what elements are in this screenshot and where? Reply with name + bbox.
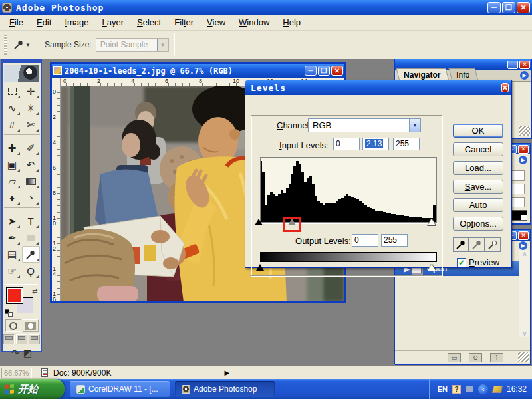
scroll-down-icon[interactable]: ∨ xyxy=(519,330,530,337)
palette-minimize-button[interactable]: ─ xyxy=(507,61,518,69)
tool-blur[interactable]: ♦ xyxy=(3,190,21,206)
jump-to-imageready-icon[interactable]: ↷ xyxy=(11,348,19,358)
new-document-from-state-button[interactable]: ▭ xyxy=(448,353,461,362)
close-button[interactable]: ✕ xyxy=(517,2,530,13)
zoom-level-field[interactable]: 66.67% xyxy=(1,368,32,378)
menu-view[interactable]: View xyxy=(200,15,232,29)
auto-button[interactable]: Auto xyxy=(453,198,503,212)
taskbar-coreldraw[interactable]: CorelDRAW 11 - [... xyxy=(70,381,170,397)
new-snapshot-button[interactable]: ⊙ xyxy=(469,353,482,362)
default-colors-icon[interactable] xyxy=(5,309,13,317)
palette-menu-icon[interactable]: ▶ xyxy=(520,71,529,80)
highlight-output-field[interactable]: 255 xyxy=(381,234,408,247)
help-tray-icon[interactable]: ? xyxy=(452,385,461,394)
input-method-icon[interactable] xyxy=(492,386,503,393)
midtone-input-field[interactable]: 2.13 xyxy=(362,138,389,150)
tool-magic-wand[interactable]: ✳ xyxy=(22,100,40,116)
tool-pen[interactable]: ✒ xyxy=(3,229,21,246)
menu-layer[interactable]: Layer xyxy=(96,15,131,29)
quick-mask-mode-button[interactable] xyxy=(23,319,39,332)
palette-close-button[interactable]: ✕ xyxy=(518,145,529,154)
fullscreen-menubar-mode-button[interactable] xyxy=(16,334,27,344)
menu-window[interactable]: Window xyxy=(232,15,276,29)
set-white-point-eyedropper[interactable] xyxy=(485,237,501,252)
delete-state-button[interactable]: ⍑ xyxy=(490,353,503,362)
palette-close-button[interactable]: ✕ xyxy=(518,231,529,240)
minimize-button[interactable]: ─ xyxy=(487,2,501,13)
tool-path-selection[interactable]: ➤ xyxy=(3,213,21,229)
highlight-input-field[interactable]: 255 xyxy=(393,138,420,150)
tool-crop[interactable]: # xyxy=(3,116,21,133)
options-button[interactable]: Options... xyxy=(453,217,503,231)
start-button[interactable]: 开始 xyxy=(0,379,65,399)
ok-button[interactable]: OK xyxy=(453,124,503,138)
taskbar-photoshop[interactable]: Adobe Photoshop xyxy=(175,381,275,397)
language-indicator[interactable]: EN xyxy=(438,385,448,393)
palette-menu-icon[interactable]: ▶ xyxy=(519,241,527,250)
set-gray-point-eyedropper[interactable] xyxy=(469,237,485,252)
palette-menu-icon[interactable]: ▶ xyxy=(519,156,527,164)
highlight-input-slider[interactable] xyxy=(428,219,436,225)
channel-select[interactable]: RGB ▼ xyxy=(308,118,421,132)
shadow-input-slider[interactable] xyxy=(255,219,263,225)
tool-hand[interactable]: ☞ xyxy=(3,263,21,279)
hide-icons-chevron[interactable]: ‹ xyxy=(478,384,488,394)
history-resize-grip[interactable] xyxy=(518,352,529,362)
standard-mode-button[interactable] xyxy=(5,319,21,332)
imageready-icon[interactable]: ◩ xyxy=(23,348,32,358)
highlight-output-slider[interactable] xyxy=(428,264,436,271)
shadow-input-field[interactable]: 0 xyxy=(333,138,360,150)
tool-shape[interactable] xyxy=(22,229,40,246)
navigator-resize-grip[interactable] xyxy=(519,126,530,136)
tool-eraser[interactable]: ▱ xyxy=(3,173,21,190)
doc-restore-button[interactable]: ❐ xyxy=(318,66,330,76)
window-tray-icon[interactable] xyxy=(466,386,473,392)
set-black-point-eyedropper[interactable] xyxy=(453,237,469,252)
shadow-output-field[interactable]: 0 xyxy=(352,234,378,247)
tool-rectangular-marquee[interactable] xyxy=(3,83,21,100)
levels-titlebar[interactable]: Levels ✕ xyxy=(245,80,511,95)
preview-option[interactable]: ✔ Preview xyxy=(457,257,499,267)
menu-help[interactable]: Help xyxy=(276,15,307,29)
maximize-button[interactable]: ❐ xyxy=(502,2,515,13)
foreground-color-swatch[interactable] xyxy=(6,287,23,304)
menu-select[interactable]: Select xyxy=(130,15,168,29)
scroll-up-icon[interactable]: ∧ xyxy=(519,250,530,257)
save-button[interactable]: Save... xyxy=(453,180,503,194)
shadow-output-slider[interactable] xyxy=(256,264,264,271)
tool-brush[interactable]: ✐ xyxy=(22,140,40,156)
cancel-button[interactable]: Cancel xyxy=(453,142,503,156)
history-scrollbar[interactable]: ∧ ∨ xyxy=(519,250,530,337)
menu-edit[interactable]: Edit xyxy=(30,15,58,29)
status-bar-menu-icon[interactable]: ▶ xyxy=(224,369,229,376)
levels-close-button[interactable]: ✕ xyxy=(501,83,509,92)
palette-close-button[interactable]: ✕ xyxy=(519,61,530,69)
tool-lasso[interactable]: ∿ xyxy=(3,100,21,116)
menu-filter[interactable]: Filter xyxy=(168,15,200,29)
photoshop-logo[interactable] xyxy=(4,65,39,82)
load-button[interactable]: Load... xyxy=(453,161,503,175)
tool-zoom[interactable]: Ϙ xyxy=(22,263,40,279)
standard-screen-mode-button[interactable] xyxy=(3,334,15,344)
fullscreen-mode-button[interactable] xyxy=(29,334,40,344)
tool-healing-brush[interactable]: ✚ xyxy=(3,140,21,156)
tool-gradient[interactable] xyxy=(22,173,40,190)
preview-checkbox[interactable]: ✔ xyxy=(457,258,466,267)
tool-move[interactable]: ✛ xyxy=(22,83,40,100)
document-titlebar[interactable]: 2004-10-1-leeds_2.jpg @ 66.7% (RGB) ─ ❐ … xyxy=(52,64,344,78)
tool-history-brush[interactable]: ↶ xyxy=(22,156,40,173)
output-levels-label: Output Levels: xyxy=(293,236,353,246)
menu-file[interactable]: File xyxy=(3,15,30,29)
eyedropper-tool-button[interactable]: ▼ xyxy=(11,35,33,54)
tool-dodge[interactable]: ◔ xyxy=(22,190,40,206)
tool-eyedropper[interactable] xyxy=(22,246,40,263)
tool-notes[interactable]: ▤ xyxy=(3,246,21,263)
tool-clone-stamp[interactable]: ▣ xyxy=(3,156,21,173)
swap-colors-icon[interactable]: ⇄ xyxy=(32,287,37,295)
options-bar-grip[interactable] xyxy=(4,35,7,55)
tool-type[interactable]: T xyxy=(22,213,40,229)
menu-image[interactable]: Image xyxy=(58,15,95,29)
tool-slice[interactable]: ✄ xyxy=(22,116,40,133)
doc-close-button[interactable]: ✕ xyxy=(331,66,343,76)
doc-minimize-button[interactable]: ─ xyxy=(305,66,317,76)
